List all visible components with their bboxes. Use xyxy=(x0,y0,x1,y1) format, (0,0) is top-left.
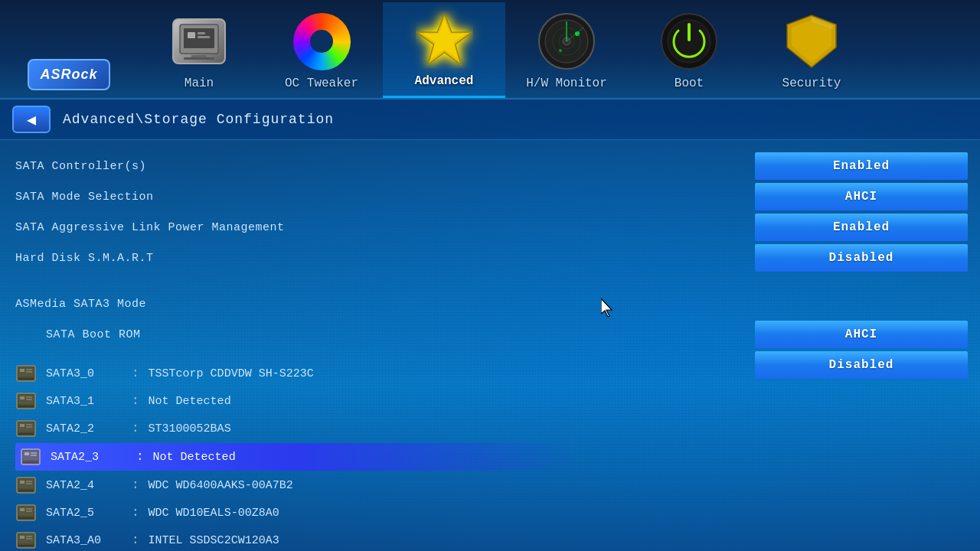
svg-rect-39 xyxy=(26,426,32,428)
sata-mode-label: SATA Mode Selection xyxy=(15,191,383,204)
svg-rect-2 xyxy=(188,32,195,38)
back-arrow-icon: ◀ xyxy=(27,110,36,129)
svg-rect-26 xyxy=(26,369,32,370)
asmedia-mode-value[interactable]: AHCI xyxy=(755,321,968,348)
hw-monitor-icon xyxy=(536,11,597,72)
svg-rect-46 xyxy=(23,461,38,463)
sata2-5-value: WDC WD10EALS-00Z8A0 xyxy=(149,507,279,520)
left-panel: SATA Controller(s) SATA Mode Selection S… xyxy=(0,140,743,551)
back-button[interactable]: ◀ xyxy=(12,106,51,133)
svg-rect-50 xyxy=(26,481,32,482)
svg-rect-63 xyxy=(26,538,32,540)
svg-rect-6 xyxy=(184,57,214,60)
nav-label-main: Main xyxy=(185,77,214,90)
sata3-1-icon xyxy=(15,390,37,412)
svg-rect-49 xyxy=(20,481,24,484)
svg-rect-3 xyxy=(198,32,205,34)
top-navigation: ASRock Main xyxy=(0,0,980,99)
sata-device-row-5[interactable]: SATA2_5 : WDC WD10EALS-00Z8A0 xyxy=(15,500,727,526)
setting-row-sata-alpm[interactable]: SATA Aggressive Link Power Management xyxy=(15,214,727,241)
advanced-icon xyxy=(413,8,475,70)
svg-rect-55 xyxy=(20,508,24,511)
sata2-2-value: ST3100052BAS xyxy=(149,422,231,435)
nav-item-security[interactable]: Security xyxy=(750,5,873,98)
sata2-4-value: WDC WD6400AAKS-00A7B2 xyxy=(149,479,293,492)
svg-rect-45 xyxy=(31,455,37,456)
svg-rect-28 xyxy=(18,378,34,380)
right-panel: Enabled AHCI Enabled Disabled AHCI Disab… xyxy=(743,140,980,551)
sata3-a0-port: SATA3_A0 xyxy=(46,534,122,547)
nav-label-advanced: Advanced xyxy=(415,74,474,88)
sata2-4-icon xyxy=(15,474,37,496)
sata-device-row-0[interactable]: SATA3_0 : TSSTcorp CDDVDW SH-S223C xyxy=(15,360,727,386)
svg-rect-31 xyxy=(20,396,24,399)
nav-label-security: Security xyxy=(782,77,841,90)
main-icon xyxy=(168,11,230,72)
main-area: SATA Controller(s) SATA Mode Selection S… xyxy=(0,140,980,551)
sata2-3-icon xyxy=(20,446,41,468)
nav-item-main[interactable]: Main xyxy=(138,5,260,98)
svg-rect-38 xyxy=(26,424,32,425)
sata-device-row-2[interactable]: SATA2_2 : ST3100052BAS xyxy=(15,416,727,442)
svg-rect-27 xyxy=(26,371,32,373)
brand-badge: ASRock xyxy=(28,59,109,90)
setting-row-sata-boot-rom[interactable]: SATA Boot ROM xyxy=(15,321,727,348)
sata2-5-icon xyxy=(15,502,37,523)
sata-alpm-value[interactable]: Enabled xyxy=(755,214,968,241)
sata2-2-port: SATA2_2 xyxy=(46,422,122,435)
sata3-1-value: Not Detected xyxy=(149,395,231,408)
sata-controller-value[interactable]: Enabled xyxy=(755,152,968,180)
sata-device-row-3[interactable]: SATA2_3 : Not Detected xyxy=(15,443,574,471)
svg-point-15 xyxy=(559,49,562,52)
svg-rect-33 xyxy=(26,399,32,400)
sata2-3-port: SATA2_3 xyxy=(51,451,127,464)
nav-label-boot: Boot xyxy=(675,77,704,90)
security-icon xyxy=(781,11,842,72)
svg-rect-43 xyxy=(24,452,29,455)
sata3-0-value: TSSTcorp CDDVDW SH-S223C xyxy=(149,367,314,380)
svg-rect-64 xyxy=(18,545,34,546)
svg-rect-62 xyxy=(26,536,32,537)
nav-item-hw-monitor[interactable]: H/W Monitor xyxy=(505,5,628,98)
svg-rect-32 xyxy=(26,396,32,398)
hdd-smart-label: Hard Disk S.M.A.R.T xyxy=(15,252,383,265)
sata3-0-icon xyxy=(15,363,37,384)
svg-rect-51 xyxy=(26,483,32,484)
nav-item-advanced[interactable]: Advanced xyxy=(383,2,505,98)
breadcrumb-path: Advanced\Storage Configuration xyxy=(63,112,334,127)
svg-rect-44 xyxy=(31,452,37,454)
hdd-smart-value[interactable]: Disabled xyxy=(755,244,968,272)
boot-icon xyxy=(658,11,720,72)
sata-controller-label: SATA Controller(s) xyxy=(15,160,383,173)
svg-rect-52 xyxy=(18,490,34,491)
sata2-5-port: SATA2_5 xyxy=(46,507,122,520)
sata3-1-port: SATA3_1 xyxy=(46,395,122,408)
svg-rect-37 xyxy=(20,424,24,427)
sata2-2-icon xyxy=(15,418,37,439)
svg-rect-61 xyxy=(20,536,24,539)
sata2-3-value: Not Detected xyxy=(153,451,236,464)
nav-item-boot[interactable]: Boot xyxy=(628,5,750,98)
breadcrumb-bar: ◀ Advanced\Storage Configuration xyxy=(0,99,980,140)
sata-alpm-label: SATA Aggressive Link Power Management xyxy=(15,221,383,234)
svg-rect-58 xyxy=(18,517,34,519)
sata-device-row-4[interactable]: SATA2_4 : WDC WD6400AAKS-00A7B2 xyxy=(15,472,727,498)
sata-boot-rom-value[interactable]: Disabled xyxy=(755,351,968,379)
nav-label-hw-monitor: H/W Monitor xyxy=(526,77,607,90)
sata-boot-rom-label: SATA Boot ROM xyxy=(15,328,383,341)
nav-item-oc-tweaker[interactable]: OC Tweaker xyxy=(260,5,383,98)
sata-device-row-1[interactable]: SATA3_1 : Not Detected xyxy=(15,388,727,414)
setting-row-sata-mode[interactable]: SATA Mode Selection xyxy=(15,183,727,210)
sata2-4-port: SATA2_4 xyxy=(46,479,122,492)
nav-label-oc-tweaker: OC Tweaker xyxy=(285,77,358,90)
setting-row-asmedia-mode[interactable]: ASMedia SATA3 Mode xyxy=(15,290,727,318)
sata3-a0-value: INTEL SSDSC2CW120A3 xyxy=(149,534,279,547)
sata-mode-value[interactable]: AHCI xyxy=(755,183,968,210)
setting-row-sata-controller[interactable]: SATA Controller(s) xyxy=(15,152,727,180)
svg-rect-40 xyxy=(18,433,34,435)
asrock-logo: ASRock xyxy=(0,59,138,98)
sata-device-row-6[interactable]: SATA3_A0 : INTEL SSDSC2CW120A3 xyxy=(15,527,727,551)
setting-row-hdd-smart[interactable]: Hard Disk S.M.A.R.T xyxy=(15,244,727,272)
svg-rect-57 xyxy=(26,510,32,512)
asmedia-mode-label: ASMedia SATA3 Mode xyxy=(15,298,383,311)
